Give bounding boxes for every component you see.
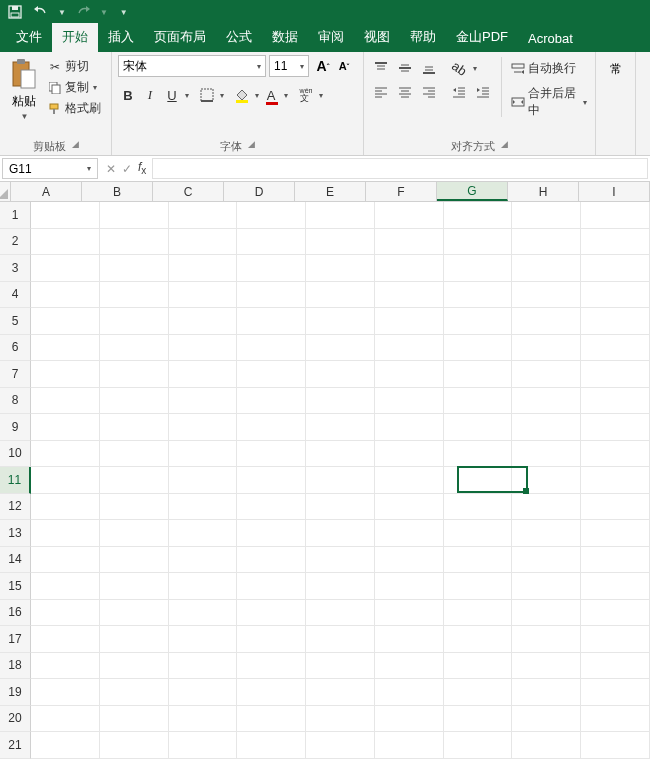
redo-dropdown-icon[interactable]: ▼: [100, 8, 108, 17]
cell[interactable]: [237, 255, 306, 282]
cell[interactable]: [169, 467, 238, 494]
cell[interactable]: [375, 335, 444, 362]
cell[interactable]: [375, 679, 444, 706]
cell[interactable]: [31, 335, 100, 362]
cell[interactable]: [237, 600, 306, 627]
qat-customize-icon[interactable]: ▼: [120, 8, 128, 17]
copy-button[interactable]: 复制 ▾: [46, 78, 103, 97]
cell[interactable]: [375, 732, 444, 759]
align-bottom-button[interactable]: [418, 57, 440, 79]
cell[interactable]: [306, 653, 375, 680]
cell[interactable]: [512, 732, 581, 759]
column-header[interactable]: I: [579, 182, 650, 201]
cell[interactable]: [169, 229, 238, 256]
dialog-launcher-icon[interactable]: ◢: [248, 139, 255, 154]
cell[interactable]: [512, 547, 581, 574]
cell[interactable]: [169, 732, 238, 759]
cell[interactable]: [444, 706, 513, 733]
cell[interactable]: [169, 255, 238, 282]
cell[interactable]: [100, 388, 169, 415]
cell[interactable]: [100, 467, 169, 494]
cell[interactable]: [306, 706, 375, 733]
redo-icon[interactable]: [74, 3, 92, 21]
cell[interactable]: [512, 573, 581, 600]
cell[interactable]: [306, 229, 375, 256]
underline-button[interactable]: U: [162, 84, 182, 106]
cell[interactable]: [237, 467, 306, 494]
cell[interactable]: [306, 626, 375, 653]
cell[interactable]: [100, 679, 169, 706]
tab-acrobat[interactable]: Acrobat: [518, 26, 583, 52]
cell[interactable]: [31, 229, 100, 256]
cut-button[interactable]: ✂ 剪切: [46, 57, 103, 76]
cell[interactable]: [169, 388, 238, 415]
row-header[interactable]: 3: [0, 255, 31, 282]
cell[interactable]: [31, 308, 100, 335]
cell[interactable]: [581, 679, 650, 706]
row-header[interactable]: 20: [0, 706, 31, 733]
cell[interactable]: [31, 282, 100, 309]
cell[interactable]: [169, 361, 238, 388]
cell[interactable]: [237, 308, 306, 335]
cell[interactable]: [512, 282, 581, 309]
cell[interactable]: [375, 494, 444, 521]
enter-icon[interactable]: ✓: [122, 162, 132, 176]
chevron-down-icon[interactable]: ▾: [220, 91, 224, 100]
tab-formulas[interactable]: 公式: [216, 23, 262, 52]
cell[interactable]: [306, 573, 375, 600]
cell[interactable]: [31, 732, 100, 759]
cell[interactable]: [237, 679, 306, 706]
align-right-button[interactable]: [418, 81, 440, 103]
cell[interactable]: [100, 626, 169, 653]
cell[interactable]: [512, 600, 581, 627]
cell[interactable]: [306, 361, 375, 388]
cell[interactable]: [306, 494, 375, 521]
name-box[interactable]: G11 ▾: [2, 158, 98, 179]
cell[interactable]: [512, 308, 581, 335]
row-header[interactable]: 10: [0, 441, 31, 468]
cell[interactable]: [169, 335, 238, 362]
bold-button[interactable]: B: [118, 84, 138, 106]
cell[interactable]: [31, 679, 100, 706]
cell[interactable]: [100, 494, 169, 521]
cell[interactable]: [100, 202, 169, 229]
cell[interactable]: [237, 229, 306, 256]
fill-color-button[interactable]: [232, 84, 252, 106]
cell[interactable]: [512, 706, 581, 733]
row-header[interactable]: 12: [0, 494, 31, 521]
cell[interactable]: [512, 679, 581, 706]
cell[interactable]: [512, 626, 581, 653]
cell[interactable]: [581, 494, 650, 521]
cell[interactable]: [237, 494, 306, 521]
cell[interactable]: [444, 388, 513, 415]
cell[interactable]: [581, 441, 650, 468]
cell[interactable]: [306, 308, 375, 335]
cell[interactable]: [581, 573, 650, 600]
cell[interactable]: [31, 467, 100, 494]
cell[interactable]: [512, 653, 581, 680]
cell[interactable]: [169, 679, 238, 706]
cell[interactable]: [100, 308, 169, 335]
orientation-button[interactable]: ab: [448, 57, 470, 79]
decrease-indent-button[interactable]: [448, 81, 470, 103]
cell[interactable]: [375, 653, 444, 680]
row-header[interactable]: 8: [0, 388, 31, 415]
cell[interactable]: [581, 653, 650, 680]
cell[interactable]: [100, 600, 169, 627]
cell[interactable]: [100, 255, 169, 282]
cell[interactable]: [100, 573, 169, 600]
undo-icon[interactable]: [32, 3, 50, 21]
column-header[interactable]: A: [11, 182, 82, 201]
cell[interactable]: [444, 653, 513, 680]
cell[interactable]: [512, 335, 581, 362]
chevron-down-icon[interactable]: ▾: [284, 91, 288, 100]
cell[interactable]: [100, 520, 169, 547]
cell[interactable]: [581, 361, 650, 388]
row-header[interactable]: 21: [0, 732, 31, 759]
cell[interactable]: [444, 573, 513, 600]
cell[interactable]: [31, 414, 100, 441]
tab-review[interactable]: 审阅: [308, 23, 354, 52]
cell[interactable]: [100, 361, 169, 388]
cell[interactable]: [375, 441, 444, 468]
cell[interactable]: [306, 255, 375, 282]
